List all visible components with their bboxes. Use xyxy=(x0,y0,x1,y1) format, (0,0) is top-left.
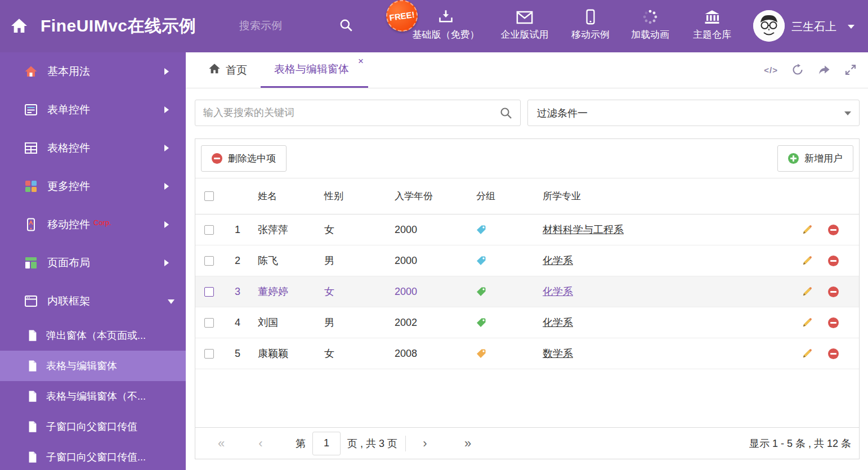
first-page-button[interactable]: « xyxy=(211,437,231,450)
row-checkbox[interactable] xyxy=(204,349,214,359)
header-nav-enterprise-trial[interactable]: 企业版试用 xyxy=(491,8,558,41)
edit-icon[interactable] xyxy=(802,348,813,359)
sidebar-item-grid-controls[interactable]: 表格控件 xyxy=(0,129,186,167)
nav-label: 加载动画 xyxy=(631,28,669,41)
file-icon xyxy=(27,451,38,463)
delete-row-icon[interactable] xyxy=(828,287,839,297)
home-icon[interactable] xyxy=(10,17,28,37)
row-checkbox[interactable] xyxy=(204,256,214,266)
col-group: 分组 xyxy=(473,190,540,203)
delete-row-icon[interactable] xyxy=(828,348,839,359)
close-icon[interactable]: × xyxy=(358,56,364,66)
row-checkbox[interactable] xyxy=(204,225,214,235)
sidebar-subitem-grid-edit-window[interactable]: 表格与编辑窗体 xyxy=(0,351,186,381)
sidebar: 基本用法 表单控件 表格控件 更多控件 移动控件 Corp. xyxy=(0,52,186,470)
chevron-down-icon xyxy=(844,111,851,119)
search-icon[interactable] xyxy=(499,106,513,122)
sidebar-item-form-controls[interactable]: 表单控件 xyxy=(0,91,186,129)
tag-icon[interactable] xyxy=(476,225,486,235)
col-name: 姓名 xyxy=(255,190,321,203)
major-link[interactable]: 材料科学与工程系 xyxy=(543,224,624,235)
sidebar-item-page-layout[interactable]: 页面布局 xyxy=(0,244,186,282)
file-icon xyxy=(27,360,38,372)
chevron-right-icon xyxy=(164,183,172,190)
file-icon xyxy=(27,420,38,433)
tag-icon[interactable] xyxy=(476,256,486,266)
prev-page-button[interactable]: ‹ xyxy=(250,437,271,450)
refresh-icon[interactable] xyxy=(791,64,804,76)
file-icon xyxy=(27,390,38,402)
layout-icon xyxy=(24,256,38,270)
sidebar-item-iframe[interactable]: 内联框架 xyxy=(0,282,186,320)
filter-dropdown[interactable]: 过滤条件一 xyxy=(527,100,860,126)
delete-row-icon[interactable] xyxy=(828,225,839,235)
last-page-button[interactable]: » xyxy=(458,437,478,450)
grid-toolbar: 删除选中项 新增用户 xyxy=(195,139,859,178)
sidebar-item-mobile-controls[interactable]: 移动控件 Corp. xyxy=(0,205,186,244)
blocks-icon xyxy=(24,179,38,194)
tag-icon[interactable] xyxy=(476,348,486,359)
keyword-search-input[interactable] xyxy=(195,100,520,126)
grid-panel: 删除选中项 新增用户 姓名 性别 入学年份 分组 所学专业 1 张萍萍 女 20… xyxy=(195,138,860,459)
major-link[interactable]: 化学系 xyxy=(543,255,573,266)
table-icon xyxy=(24,141,38,155)
major-link[interactable]: 化学系 xyxy=(543,317,573,328)
page-number-input[interactable] xyxy=(312,432,341,455)
sidebar-subitem-child-to-parent-2[interactable]: 子窗口向父窗口传值... xyxy=(0,442,186,470)
edit-icon[interactable] xyxy=(802,317,813,328)
bank-icon xyxy=(704,8,721,25)
user-name[interactable]: 三生石上 xyxy=(791,19,836,34)
nav-label: 主题仓库 xyxy=(693,28,731,41)
page-label-before: 第 xyxy=(296,437,306,450)
share-icon[interactable] xyxy=(817,64,831,76)
chevron-down-icon[interactable] xyxy=(848,25,854,32)
delete-selected-button[interactable]: 删除选中项 xyxy=(201,145,287,172)
app-title: FineUIMvc在线示例 xyxy=(41,15,196,38)
filter-dropdown-value: 过滤条件一 xyxy=(537,106,588,120)
header-nav-basic-edition[interactable]: 基础版（免费） xyxy=(406,8,485,41)
add-user-button[interactable]: 新增用户 xyxy=(777,145,853,172)
table-empty-space xyxy=(195,369,859,427)
home-icon xyxy=(208,62,221,78)
sidebar-item-basic-usage[interactable]: 基本用法 xyxy=(0,52,186,91)
header-nav-mobile-demo[interactable]: 移动示例 xyxy=(566,8,615,41)
select-all-checkbox[interactable] xyxy=(204,191,214,201)
delete-row-icon[interactable] xyxy=(828,317,839,328)
chevron-right-icon xyxy=(164,106,172,113)
header-nav-loading-animation[interactable]: 加载动画 xyxy=(626,8,674,41)
row-checkbox[interactable] xyxy=(204,318,214,328)
chevron-down-icon xyxy=(168,299,175,307)
chevron-right-icon xyxy=(164,145,172,151)
row-checkbox[interactable] xyxy=(204,287,214,297)
tab-home[interactable]: 首页 xyxy=(195,52,261,88)
app-header: FineUIMvc在线示例 FREE! 基础版（免费） 企业版试用 移动示例 xyxy=(0,0,868,52)
filter-row: 过滤条件一 xyxy=(186,88,868,126)
major-link[interactable]: 化学系 xyxy=(543,286,573,297)
sidebar-subitem-grid-edit-window-2[interactable]: 表格与编辑窗体（不... xyxy=(0,381,186,411)
next-page-button[interactable]: › xyxy=(415,437,435,450)
sidebar-subitem-child-to-parent[interactable]: 子窗口向父窗口传值 xyxy=(0,411,186,442)
tab-grid-edit-window[interactable]: 表格与编辑窗体 × xyxy=(261,52,368,88)
col-gender: 性别 xyxy=(321,190,392,203)
pagination-summary: 显示 1 - 5 条 , 共 12 条 xyxy=(749,437,851,450)
tag-icon[interactable] xyxy=(476,317,486,328)
tag-icon[interactable] xyxy=(476,287,486,297)
major-link[interactable]: 数学系 xyxy=(543,348,573,359)
header-nav-theme-store[interactable]: 主题仓库 xyxy=(686,8,739,41)
search-icon[interactable] xyxy=(339,18,354,35)
expand-icon[interactable] xyxy=(844,64,857,76)
keyword-search-box xyxy=(195,100,521,126)
edit-icon[interactable] xyxy=(802,224,813,235)
edit-icon[interactable] xyxy=(802,255,813,266)
sidebar-subitem-popup-window[interactable]: 弹出窗体（本页面或... xyxy=(0,320,186,351)
table-header: 姓名 性别 入学年份 分组 所学专业 xyxy=(195,178,859,214)
corp-badge: Corp. xyxy=(93,218,111,227)
code-icon[interactable]: </> xyxy=(764,65,778,75)
sidebar-item-more-controls[interactable]: 更多控件 xyxy=(0,167,186,205)
avatar[interactable] xyxy=(753,10,785,42)
delete-row-icon[interactable] xyxy=(828,256,839,266)
edit-icon[interactable] xyxy=(802,286,813,297)
download-icon xyxy=(437,8,454,25)
main-content: 首页 表格与编辑窗体 × </> 过滤条件一 xyxy=(186,52,868,470)
header-search-input[interactable] xyxy=(239,14,335,38)
